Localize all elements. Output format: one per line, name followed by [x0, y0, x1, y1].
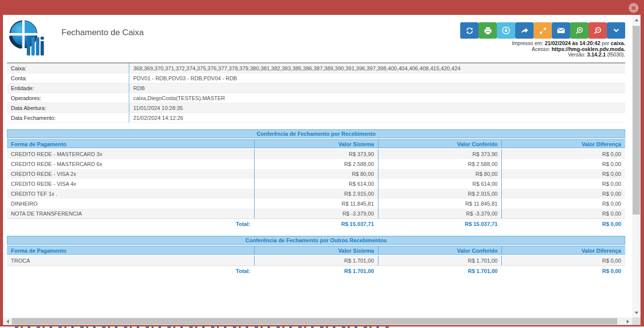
total-conferido: R$ 15.037,71	[378, 219, 502, 229]
scroll-left-arrow[interactable]	[4, 318, 11, 325]
col-forma-pagamento: Forma de Pagamento	[7, 246, 254, 254]
cell-sistema: R$ 11.845,81	[254, 199, 378, 209]
info-value: 368,369,370,371,372,374,375,376,377,378,…	[129, 63, 625, 73]
info-row-operadores: Operadores: caixa,DiegoCosta(TESTES),MAS…	[7, 93, 625, 103]
email-button[interactable]	[552, 22, 570, 39]
cell-conferido: R$ 80,00	[378, 169, 502, 179]
table-header-row: Forma de Pagamento Valor Sistema Valor C…	[7, 246, 625, 255]
horizontal-scrollbar-thumb[interactable]	[12, 318, 617, 325]
col-valor-diferenca: Valor Diferença	[501, 140, 625, 148]
up-arrow-icon	[635, 19, 639, 21]
info-value: PDV01 - RDB,PDV03 - RDB,PDV04 - RDB	[129, 73, 625, 83]
scroll-down-arrow[interactable]	[632, 310, 641, 316]
col-valor-conferido: Valor Conferido	[378, 246, 502, 254]
report-header: Fechamento de Caixa	[7, 20, 625, 60]
info-label: Data Fechamento:	[7, 113, 129, 122]
down-arrow-icon	[635, 312, 639, 314]
vertical-scrollbar[interactable]	[632, 15, 641, 318]
printed-at-label: Impresso em:	[512, 40, 543, 46]
cell-diferenca: R$ 0,00	[501, 189, 625, 199]
table-body: TROCA R$ 1.701,00 R$ 1.701,00 R$ 0,00	[7, 256, 625, 266]
table-total-row: Total: R$ 1.701,00 R$ 1.701,00 R$ 0,00	[7, 266, 625, 276]
info-row-caixa: Caixa: 368,369,370,371,372,374,375,376,3…	[7, 63, 625, 73]
cell-diferenca: R$ 0,00	[501, 149, 625, 159]
share-icon	[521, 27, 529, 35]
download-icon	[502, 26, 510, 35]
col-forma-pagamento: Forma de Pagamento	[7, 140, 254, 148]
info-label: Caixa:	[7, 63, 129, 73]
scroll-right-arrow[interactable]	[624, 318, 631, 325]
col-valor-sistema: Valor Sistema	[254, 140, 378, 148]
right-arrow-icon	[627, 320, 629, 324]
info-value: 21/02/2024 14:12:26	[129, 113, 625, 122]
download-button[interactable]	[497, 22, 515, 39]
printed-by-label: por	[602, 40, 609, 46]
cell-forma: CREDITO REDE - MASTERCARD 6x	[7, 159, 254, 169]
outros-recebimentos-table: Conferência de Fechamento por Outros Rec…	[7, 236, 625, 276]
info-row-entidade: Entidade: RDB	[7, 83, 625, 93]
info-value: caixa,DiegoCosta(TESTES),MASTER	[129, 93, 625, 103]
cell-conferido: R$ 2.915,00	[378, 189, 502, 199]
window-titlebar	[0, 0, 644, 15]
access-label: Acesso:	[532, 46, 550, 52]
more-button[interactable]	[607, 22, 625, 39]
vertical-scrollbar-thumb[interactable]	[633, 26, 640, 215]
cell-forma: DINHEIRO	[7, 199, 254, 209]
version-build: (f5030).	[607, 52, 625, 57]
cell-conferido: R$ 614,00	[378, 179, 502, 189]
cell-forma: TROCA	[7, 256, 254, 266]
left-arrow-icon	[6, 320, 9, 324]
cell-diferenca: R$ 0,00	[501, 159, 625, 169]
cell-forma: CREDITO REDE - MASTERCARD 3x	[7, 149, 254, 159]
cell-sistema: R$ 373,90	[254, 149, 378, 159]
print-button[interactable]	[479, 22, 497, 39]
cell-sistema: R$ 2.915,00	[254, 189, 378, 199]
cell-diferenca: R$ 0,00	[501, 199, 625, 209]
table-title: Conferência de Fechamento por Outros Rec…	[7, 236, 625, 245]
horizontal-scrollbar[interactable]	[3, 318, 632, 325]
scroll-up-arrow[interactable]	[632, 17, 641, 23]
table-row: CREDITO REDE - MASTERCARD 6x R$ 2.588,00…	[7, 159, 625, 169]
cell-sistema: R$ -3.379,00	[254, 209, 378, 219]
print-info: Impresso em: 21/02/2024 às 14:20:42 por …	[512, 41, 625, 58]
report-toolbar	[460, 22, 625, 39]
cell-conferido: R$ 11.845,81	[378, 199, 502, 209]
cell-conferido: R$ 2.588,00	[378, 159, 502, 169]
zoom-in-button[interactable]	[570, 22, 589, 39]
info-row-data-abertura: Data Abertura: 11/01/2024 10:28:35	[7, 103, 625, 113]
info-value: RDB	[129, 83, 625, 93]
cell-sistema: R$ 614,00	[254, 179, 378, 189]
total-sistema: R$ 15.037,71	[254, 219, 378, 229]
table-row: NOTA DE TRANSFERENCIA R$ -3.379,00 R$ -3…	[7, 209, 625, 219]
table-row: DINHEIRO R$ 11.845,81 R$ 11.845,81 R$ 0,…	[7, 199, 625, 209]
cell-diferenca: R$ 0,00	[501, 209, 625, 219]
table-title: Conferência de Fechamento por Recebiment…	[7, 129, 625, 138]
total-conferido: R$ 1.701,00	[378, 266, 502, 276]
email-icon	[557, 26, 565, 35]
table-total-row: Total: R$ 15.037,71 R$ 15.037,71 R$ 0,00	[7, 219, 625, 229]
table-row: CREDITO REDE - MASTERCARD 3x R$ 373,90 R…	[7, 149, 625, 159]
info-label: Conta:	[7, 73, 129, 83]
info-label: Operadores:	[7, 93, 129, 103]
info-row-conta: Conta: PDV01 - RDB,PDV03 - RDB,PDV04 - R…	[7, 73, 625, 83]
info-row-data-fechamento: Data Fechamento: 21/02/2024 14:12:26	[7, 113, 625, 123]
zoom-out-button[interactable]	[589, 22, 607, 39]
printed-at-value: 21/02/2024 às 14:20:42	[545, 40, 600, 46]
expand-icon	[539, 27, 547, 35]
cell-conferido: R$ 373,90	[378, 149, 502, 159]
version-line: Versão: 3.14.2.1 (f5030).	[512, 52, 625, 58]
cell-forma: CREDITO REDE - VISA 4x	[7, 179, 254, 189]
table-header-row: Forma de Pagamento Valor Sistema Valor C…	[7, 139, 625, 148]
report-modal: Fechamento de Caixa	[3, 15, 641, 325]
report-content: Fechamento de Caixa	[7, 20, 625, 276]
recebimento-table: Conferência de Fechamento por Recebiment…	[7, 129, 625, 229]
col-valor-sistema: Valor Sistema	[254, 246, 378, 254]
printed-by-user: caixa.	[611, 40, 625, 46]
info-label: Entidade:	[7, 83, 129, 93]
cell-forma: NOTA DE TRANSFERENCIA	[7, 209, 254, 219]
expand-button[interactable]	[534, 22, 552, 39]
gilli-logo	[7, 20, 50, 56]
refresh-button[interactable]	[460, 22, 479, 39]
close-icon[interactable]: ✕	[629, 3, 639, 13]
share-button[interactable]	[515, 22, 534, 39]
